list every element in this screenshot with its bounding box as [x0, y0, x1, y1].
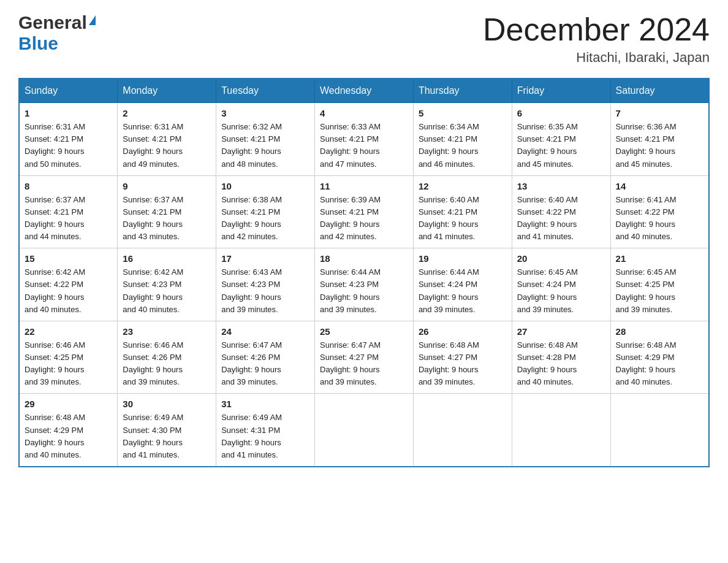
calendar-cell: 2 Sunrise: 6:31 AMSunset: 4:21 PMDayligh…: [118, 103, 216, 176]
day-number: 30: [123, 399, 211, 409]
calendar-cell: 25 Sunrise: 6:47 AMSunset: 4:27 PMDaylig…: [315, 321, 414, 394]
title-block: December 2024 Hitachi, Ibaraki, Japan: [483, 12, 710, 66]
col-header-saturday: Saturday: [610, 79, 709, 103]
calendar-cell: 11 Sunrise: 6:39 AMSunset: 4:21 PMDaylig…: [315, 175, 414, 248]
calendar-cell: [610, 394, 709, 467]
day-info: Sunrise: 6:47 AMSunset: 4:27 PMDaylight:…: [320, 340, 381, 386]
calendar-cell: 21 Sunrise: 6:45 AMSunset: 4:25 PMDaylig…: [610, 248, 709, 321]
day-info: Sunrise: 6:37 AMSunset: 4:21 PMDaylight:…: [123, 195, 183, 241]
calendar-week-row: 29 Sunrise: 6:48 AMSunset: 4:29 PMDaylig…: [19, 394, 709, 467]
day-info: Sunrise: 6:45 AMSunset: 4:25 PMDaylight:…: [616, 267, 677, 313]
day-number: 31: [221, 399, 309, 409]
col-header-thursday: Thursday: [413, 79, 512, 103]
calendar-cell: 12 Sunrise: 6:40 AMSunset: 4:21 PMDaylig…: [413, 175, 512, 248]
day-number: 19: [419, 253, 507, 264]
day-number: 10: [221, 181, 309, 191]
calendar-cell: 20 Sunrise: 6:45 AMSunset: 4:24 PMDaylig…: [512, 248, 610, 321]
calendar-cell: 6 Sunrise: 6:35 AMSunset: 4:21 PMDayligh…: [512, 103, 610, 176]
calendar-cell: 19 Sunrise: 6:44 AMSunset: 4:24 PMDaylig…: [413, 248, 512, 321]
calendar-cell: [512, 394, 610, 467]
calendar-cell: 13 Sunrise: 6:40 AMSunset: 4:22 PMDaylig…: [512, 175, 610, 248]
day-info: Sunrise: 6:39 AMSunset: 4:21 PMDaylight:…: [320, 195, 381, 241]
day-info: Sunrise: 6:41 AMSunset: 4:22 PMDaylight:…: [616, 195, 677, 241]
day-info: Sunrise: 6:40 AMSunset: 4:22 PMDaylight:…: [517, 195, 578, 241]
day-info: Sunrise: 6:38 AMSunset: 4:21 PMDaylight:…: [221, 195, 282, 241]
calendar-cell: 23 Sunrise: 6:46 AMSunset: 4:26 PMDaylig…: [118, 321, 216, 394]
day-info: Sunrise: 6:46 AMSunset: 4:26 PMDaylight:…: [123, 340, 183, 386]
day-number: 12: [419, 181, 507, 191]
day-number: 20: [517, 253, 605, 264]
calendar-cell: 26 Sunrise: 6:48 AMSunset: 4:27 PMDaylig…: [413, 321, 512, 394]
day-info: Sunrise: 6:42 AMSunset: 4:22 PMDaylight:…: [25, 267, 85, 313]
calendar-cell: 10 Sunrise: 6:38 AMSunset: 4:21 PMDaylig…: [216, 175, 315, 248]
col-header-tuesday: Tuesday: [216, 79, 315, 103]
day-number: 9: [123, 181, 211, 191]
day-number: 13: [517, 181, 605, 191]
calendar-cell: 1 Sunrise: 6:31 AMSunset: 4:21 PMDayligh…: [19, 103, 118, 176]
calendar-cell: 22 Sunrise: 6:46 AMSunset: 4:25 PMDaylig…: [19, 321, 118, 394]
logo-general-text: General: [18, 12, 87, 33]
calendar-table: SundayMondayTuesdayWednesdayThursdayFrid…: [18, 78, 710, 467]
day-info: Sunrise: 6:42 AMSunset: 4:23 PMDaylight:…: [123, 267, 183, 313]
day-number: 11: [320, 181, 408, 191]
page-header: General Blue December 2024 Hitachi, Ibar…: [18, 12, 710, 66]
day-number: 4: [320, 108, 408, 118]
logo-blue-text: Blue: [18, 33, 58, 54]
day-info: Sunrise: 6:35 AMSunset: 4:21 PMDaylight:…: [517, 122, 578, 168]
day-info: Sunrise: 6:34 AMSunset: 4:21 PMDaylight:…: [419, 122, 479, 168]
day-number: 14: [616, 181, 703, 191]
day-number: 25: [320, 326, 408, 337]
col-header-monday: Monday: [118, 79, 216, 103]
logo: General Blue: [18, 12, 96, 54]
day-info: Sunrise: 6:47 AMSunset: 4:26 PMDaylight:…: [221, 340, 282, 386]
col-header-sunday: Sunday: [19, 79, 118, 103]
day-number: 3: [221, 108, 309, 118]
calendar-cell: 5 Sunrise: 6:34 AMSunset: 4:21 PMDayligh…: [413, 103, 512, 176]
day-number: 6: [517, 108, 605, 118]
calendar-cell: 16 Sunrise: 6:42 AMSunset: 4:23 PMDaylig…: [118, 248, 216, 321]
calendar-cell: 8 Sunrise: 6:37 AMSunset: 4:21 PMDayligh…: [19, 175, 118, 248]
day-info: Sunrise: 6:48 AMSunset: 4:29 PMDaylight:…: [616, 340, 677, 386]
day-info: Sunrise: 6:31 AMSunset: 4:21 PMDaylight:…: [25, 122, 85, 168]
calendar-cell: [413, 394, 512, 467]
month-title: December 2024: [483, 12, 710, 47]
day-info: Sunrise: 6:33 AMSunset: 4:21 PMDaylight:…: [320, 122, 381, 168]
day-info: Sunrise: 6:46 AMSunset: 4:25 PMDaylight:…: [25, 340, 85, 386]
calendar-cell: 18 Sunrise: 6:44 AMSunset: 4:23 PMDaylig…: [315, 248, 414, 321]
day-info: Sunrise: 6:40 AMSunset: 4:21 PMDaylight:…: [419, 195, 479, 241]
calendar-cell: 7 Sunrise: 6:36 AMSunset: 4:21 PMDayligh…: [610, 103, 709, 176]
col-header-friday: Friday: [512, 79, 610, 103]
calendar-cell: 15 Sunrise: 6:42 AMSunset: 4:22 PMDaylig…: [19, 248, 118, 321]
location-text: Hitachi, Ibaraki, Japan: [483, 50, 710, 66]
day-info: Sunrise: 6:44 AMSunset: 4:24 PMDaylight:…: [419, 267, 479, 313]
day-info: Sunrise: 6:44 AMSunset: 4:23 PMDaylight:…: [320, 267, 381, 313]
day-info: Sunrise: 6:36 AMSunset: 4:21 PMDaylight:…: [616, 122, 677, 168]
day-number: 1: [25, 108, 112, 118]
day-info: Sunrise: 6:43 AMSunset: 4:23 PMDaylight:…: [221, 267, 282, 313]
calendar-cell: 31 Sunrise: 6:49 AMSunset: 4:31 PMDaylig…: [216, 394, 315, 467]
day-number: 17: [221, 253, 309, 264]
calendar-header-row: SundayMondayTuesdayWednesdayThursdayFrid…: [19, 79, 709, 103]
calendar-week-row: 22 Sunrise: 6:46 AMSunset: 4:25 PMDaylig…: [19, 321, 709, 394]
day-number: 21: [616, 253, 703, 264]
day-number: 29: [25, 399, 112, 409]
calendar-week-row: 8 Sunrise: 6:37 AMSunset: 4:21 PMDayligh…: [19, 175, 709, 248]
day-number: 7: [616, 108, 703, 118]
col-header-wednesday: Wednesday: [315, 79, 414, 103]
calendar-cell: 14 Sunrise: 6:41 AMSunset: 4:22 PMDaylig…: [610, 175, 709, 248]
calendar-cell: 3 Sunrise: 6:32 AMSunset: 4:21 PMDayligh…: [216, 103, 315, 176]
day-number: 22: [25, 326, 112, 337]
day-number: 27: [517, 326, 605, 337]
calendar-cell: 24 Sunrise: 6:47 AMSunset: 4:26 PMDaylig…: [216, 321, 315, 394]
day-info: Sunrise: 6:37 AMSunset: 4:21 PMDaylight:…: [25, 195, 85, 241]
calendar-cell: 9 Sunrise: 6:37 AMSunset: 4:21 PMDayligh…: [118, 175, 216, 248]
day-info: Sunrise: 6:48 AMSunset: 4:28 PMDaylight:…: [517, 340, 578, 386]
day-info: Sunrise: 6:49 AMSunset: 4:30 PMDaylight:…: [123, 413, 183, 459]
calendar-week-row: 1 Sunrise: 6:31 AMSunset: 4:21 PMDayligh…: [19, 103, 709, 176]
logo-triangle-icon: [89, 15, 96, 25]
day-number: 15: [25, 253, 112, 264]
day-number: 28: [616, 326, 703, 337]
day-number: 18: [320, 253, 408, 264]
day-number: 26: [419, 326, 507, 337]
day-number: 16: [123, 253, 211, 264]
